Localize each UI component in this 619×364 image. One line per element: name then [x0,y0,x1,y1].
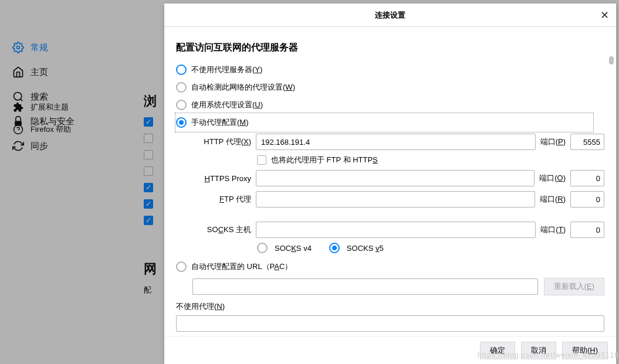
ftp-label: FTP 代理 [192,194,251,205]
dialog-header: 连接设置 ✕ [164,4,616,27]
radio-icon [176,64,187,75]
noproxy-input[interactable] [176,315,604,332]
socks-port-input[interactable] [570,222,604,238]
close-icon[interactable]: ✕ [598,9,610,21]
share-proxy-row[interactable]: 也将此代理用于 FTP 和 HTTPS [257,155,604,165]
reload-button[interactable]: 重新载入(E) [544,278,604,295]
radio-label: 使用系统代理设置(U) [191,100,263,110]
connection-settings-dialog: 连接设置 ✕ 配置访问互联网的代理服务器 不使用代理服务器(Y) 自动检测此网络… [164,4,616,364]
dialog-title: 连接设置 [375,10,405,21]
https-proxy-row: HTTPS Proxy 端口(O) [192,170,604,186]
radio-label: 手动代理配置(M) [191,117,249,128]
https-port-label: 端口(O) [539,173,566,183]
https-port-input[interactable] [570,170,604,186]
radio-label: 自动检测此网络的代理设置(W) [191,82,295,93]
socks5-radio[interactable] [329,243,340,253]
http-label: HTTP 代理(X) [192,137,251,147]
socks4-radio[interactable] [257,243,268,253]
scrollbar[interactable] [606,27,615,336]
https-label: HTTPS Proxy [192,174,251,183]
http-port-label: 端口(P) [540,137,566,147]
https-proxy-input[interactable] [256,170,535,186]
socks-label: SOCKS 主机 [192,224,251,235]
pac-url-input[interactable] [192,278,538,295]
radio-label: 自动代理配置的 URL（PAC） [191,261,292,272]
socks-version-row: SOCKS v4 SOCKS v5 [257,243,604,253]
http-port-input[interactable] [570,134,604,150]
noproxy-label: 不使用代理(N) [176,301,604,312]
dialog-body: 配置访问互联网的代理服务器 不使用代理服务器(Y) 自动检测此网络的代理设置(W… [164,27,616,336]
share-proxy-checkbox[interactable] [257,155,266,165]
radio-pac[interactable]: 自动代理配置的 URL（PAC） [176,258,604,275]
ok-button[interactable]: 确定 [480,342,515,359]
cancel-button[interactable]: 取消 [521,342,556,359]
scrollbar-thumb[interactable] [609,56,614,64]
radio-icon [176,100,187,110]
socks5-label: SOCKS v5 [347,244,384,253]
http-proxy-row: HTTP 代理(X) 端口(P) [192,134,604,150]
ftp-port-input[interactable] [570,191,604,207]
dialog-footer: 确定 取消 帮助(H) [164,336,616,364]
ftp-proxy-row: FTP 代理 端口(R) [192,191,604,207]
radio-manual-proxy[interactable]: 手动代理配置(M) [176,114,593,131]
radio-auto-detect[interactable]: 自动检测此网络的代理设置(W) [176,79,604,96]
socks4-label: SOCKS v4 [275,244,312,253]
radio-icon [176,82,187,93]
radio-no-proxy[interactable]: 不使用代理服务器(Y) [176,61,604,79]
pac-row: 重新载入(E) [192,278,604,295]
help-button[interactable]: 帮助(H) [562,342,608,359]
radio-system-proxy[interactable]: 使用系统代理设置(U) [176,96,604,114]
section-heading: 配置访问互联网的代理服务器 [176,42,604,54]
radio-icon [176,117,187,128]
radio-icon [176,261,187,272]
socks-input[interactable] [256,222,536,238]
socks-row: SOCKS 主机 端口(T) [192,222,604,238]
radio-label: 不使用代理服务器(Y) [191,64,262,75]
ftp-port-label: 端口(R) [540,194,566,205]
ftp-proxy-input[interactable] [256,191,535,207]
socks-port-label: 端口(T) [540,224,566,235]
share-proxy-label: 也将此代理用于 FTP 和 HTTPS [271,155,378,165]
http-proxy-input[interactable] [256,134,536,150]
